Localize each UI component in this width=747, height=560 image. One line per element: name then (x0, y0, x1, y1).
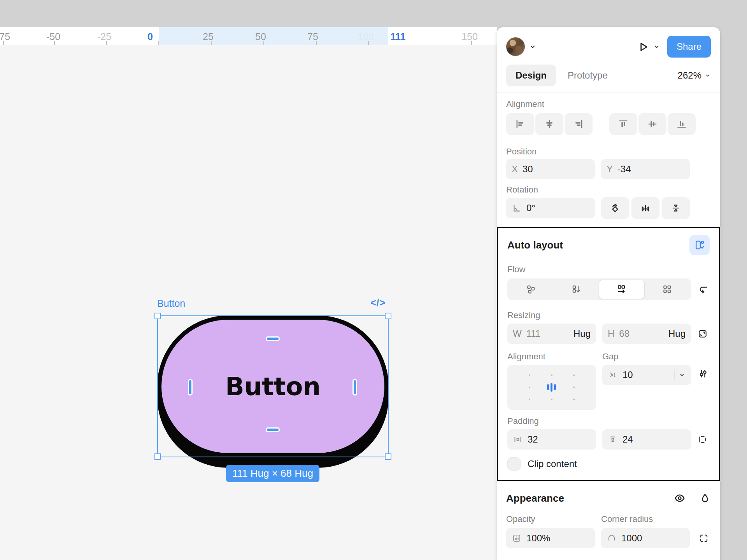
x-value: 30 (523, 164, 533, 175)
align-horizontal-center-icon (544, 119, 555, 130)
alignment-section-label: Alignment (506, 99, 711, 109)
flip-horizontal-button[interactable] (631, 197, 659, 219)
corner-radius-field[interactable]: 1000 (601, 528, 690, 548)
auto-layout-toggle-button[interactable] (689, 235, 710, 255)
align-vertical-center-button[interactable] (638, 113, 666, 135)
present-chevron-icon[interactable] (653, 43, 660, 50)
horizontal-padding-value: 32 (528, 434, 538, 445)
padding-handle-top[interactable] (267, 338, 279, 340)
opacity-field[interactable]: 100% (506, 528, 595, 548)
frame-name-label[interactable]: Button (157, 298, 185, 309)
width-field[interactable]: W 111 Hug (507, 324, 596, 344)
position-y-field[interactable]: Y -34 (601, 159, 690, 179)
spacing-settings-button[interactable] (697, 368, 709, 380)
w-prefix: W (513, 328, 522, 339)
ruler-selection-highlight (159, 27, 388, 45)
position-x-field[interactable]: X 30 (506, 159, 595, 179)
code-icon[interactable]: </> (370, 297, 386, 308)
resize-box-icon (697, 328, 708, 339)
align-horizontal-center-button[interactable] (535, 113, 563, 135)
canvas[interactable]: Button </> Button 111 Hug × 68 Hug (0, 45, 497, 560)
rotation-field[interactable]: 0° (506, 198, 595, 218)
rotate-icon (610, 203, 621, 214)
auto-layout-icon (694, 239, 705, 251)
align-bottom-icon (676, 119, 687, 130)
tab-prototype[interactable]: Prototype (568, 70, 608, 81)
flow-wrap-button[interactable] (645, 280, 690, 299)
padding-handle-bottom[interactable] (267, 429, 279, 431)
align-left-button[interactable] (506, 113, 534, 135)
zoom-level-control[interactable]: 262% (678, 70, 711, 81)
blend-mode-button[interactable] (699, 492, 711, 504)
rotate-90-button[interactable] (601, 197, 629, 219)
flip-horizontal-icon (640, 203, 651, 214)
ruler-tick (106, 41, 107, 45)
flow-vertical-button[interactable] (554, 280, 599, 299)
padding-handle-right[interactable] (354, 380, 356, 394)
align-bottom-button[interactable] (668, 113, 696, 135)
flow-label: Flow (507, 264, 710, 275)
corner-radius-label: Corner radius (601, 514, 690, 524)
vertical-padding-field[interactable]: 24 (602, 429, 691, 450)
align-top-button[interactable] (609, 113, 637, 135)
flow-vertical-icon (571, 284, 582, 295)
selection-handle-top-left[interactable] (154, 313, 161, 319)
h-value: 68 (619, 328, 630, 339)
avatar-chevron-icon[interactable] (529, 43, 537, 51)
eye-icon (673, 492, 686, 504)
flow-horizontal-button[interactable] (599, 280, 645, 299)
ruler-label: -25 (97, 31, 111, 42)
appearance-title: Appearance (506, 492, 564, 504)
ruler-tick (211, 41, 212, 45)
share-button[interactable]: Share (667, 36, 711, 58)
h-mode[interactable]: Hug (668, 328, 686, 339)
resizing-label: Resizing (507, 310, 710, 320)
opacity-icon (512, 533, 522, 543)
selection-handle-top-right[interactable] (385, 313, 391, 319)
ruler-tick (263, 41, 264, 45)
individual-padding-button[interactable] (697, 434, 708, 445)
gap-label: Gap (602, 352, 691, 362)
corner-radius-value: 1000 (621, 533, 642, 544)
button-component-text: Button (225, 372, 321, 401)
align-right-button[interactable] (565, 113, 593, 135)
visibility-button[interactable] (673, 492, 686, 504)
h-prefix: H (608, 328, 614, 339)
opacity-value: 100% (526, 533, 550, 544)
flip-vertical-button[interactable] (662, 197, 690, 219)
avatar[interactable] (506, 37, 525, 56)
w-value: 111 (526, 328, 540, 339)
ruler-tick (3, 41, 4, 45)
selection-handle-bottom-right[interactable] (385, 453, 391, 460)
height-field[interactable]: H 68 Hug (602, 324, 691, 344)
gap-chevron-icon[interactable] (674, 369, 686, 380)
flow-segmented-control (507, 278, 691, 300)
ruler-tick (54, 41, 55, 45)
ruler-tick (316, 41, 317, 45)
padding-handle-left[interactable] (189, 380, 191, 394)
opacity-label: Opacity (506, 514, 595, 524)
flow-freeform-button[interactable] (509, 280, 554, 299)
individual-corners-button[interactable] (698, 533, 709, 544)
horizontal-ruler: -75 -50 -25 0 25 50 75 100 111 150 (0, 27, 497, 45)
horizontal-padding-field[interactable]: 32 (507, 429, 596, 450)
flip-vertical-icon (670, 203, 681, 214)
auto-layout-title: Auto layout (507, 239, 563, 251)
resizing-options-button[interactable] (697, 328, 708, 339)
tab-design[interactable]: Design (506, 65, 556, 86)
present-button[interactable] (637, 40, 649, 53)
alignment-buttons (506, 113, 711, 135)
tune-sliders-icon (697, 368, 709, 380)
ruler-label: -50 (46, 31, 60, 42)
child-alignment-grid[interactable] (507, 365, 596, 410)
clip-content-checkbox[interactable] (507, 457, 521, 471)
selection-handle-bottom-left[interactable] (154, 453, 161, 460)
gap-field[interactable]: 10 (602, 365, 691, 385)
angle-icon (512, 203, 522, 213)
flow-return-button[interactable] (697, 284, 709, 295)
w-mode[interactable]: Hug (573, 328, 591, 339)
auto-layout-section: Auto layout Flow (497, 227, 720, 481)
play-icon (637, 40, 649, 53)
ruler-tick (471, 41, 472, 45)
flow-freeform-icon (526, 284, 537, 295)
